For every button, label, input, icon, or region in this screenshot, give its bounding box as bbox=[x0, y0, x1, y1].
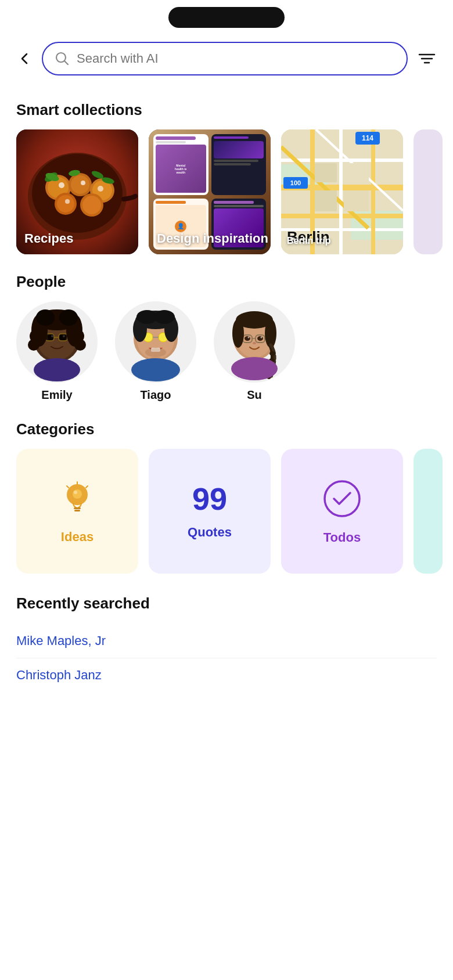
svg-rect-52 bbox=[59, 334, 67, 341]
collection-berlin-label: Berlin trip bbox=[287, 215, 331, 246]
svg-point-82 bbox=[131, 358, 180, 381]
svg-point-94 bbox=[253, 342, 256, 344]
collection-design-label: Design inspiration bbox=[157, 231, 268, 246]
svg-rect-40 bbox=[344, 190, 369, 211]
search-header bbox=[0, 33, 453, 87]
person-emily-avatar bbox=[16, 301, 98, 383]
category-card-todos[interactable]: Todos bbox=[281, 449, 403, 574]
svg-rect-38 bbox=[344, 163, 369, 182]
notch bbox=[168, 7, 285, 28]
people-title: People bbox=[0, 273, 453, 291]
ideas-icon bbox=[57, 478, 98, 519]
search-box[interactable] bbox=[42, 42, 408, 75]
smart-collections-title: Smart collections bbox=[0, 101, 453, 119]
smart-collections-section: Smart collections bbox=[0, 101, 453, 254]
svg-point-79 bbox=[154, 310, 175, 324]
filter-icon bbox=[417, 51, 437, 67]
recent-item-mike[interactable]: Mike Maples, Jr bbox=[16, 624, 437, 658]
svg-rect-106 bbox=[74, 507, 81, 509]
svg-point-104 bbox=[231, 357, 278, 380]
tiago-avatar-illustration bbox=[115, 301, 196, 383]
emily-avatar-illustration bbox=[16, 301, 98, 383]
svg-rect-37 bbox=[315, 163, 337, 182]
svg-text:114: 114 bbox=[362, 134, 373, 142]
categories-section: Categories Ideas bbox=[0, 420, 453, 574]
recently-searched-title: Recently searched bbox=[16, 595, 437, 613]
svg-point-59 bbox=[36, 309, 55, 326]
category-todos-label: Todos bbox=[323, 530, 361, 545]
category-card-ideas[interactable]: Ideas bbox=[16, 449, 138, 574]
svg-point-98 bbox=[232, 319, 244, 348]
person-emily[interactable]: Emily bbox=[16, 301, 98, 402]
people-scroll: Emily bbox=[0, 301, 453, 402]
svg-rect-33 bbox=[339, 129, 343, 254]
svg-point-60 bbox=[59, 309, 78, 326]
svg-point-19 bbox=[65, 199, 70, 204]
svg-point-90 bbox=[245, 336, 250, 341]
person-tiago-name: Tiago bbox=[141, 388, 171, 402]
notch-bar bbox=[0, 0, 453, 33]
quotes-count: 99 bbox=[192, 483, 227, 514]
svg-point-112 bbox=[74, 491, 77, 494]
svg-point-64 bbox=[74, 339, 86, 351]
svg-point-16 bbox=[59, 182, 64, 188]
collection-card-recipes[interactable]: Recipes bbox=[16, 129, 138, 254]
person-tiago[interactable]: Tiago bbox=[115, 301, 196, 402]
category-ideas-label: Ideas bbox=[61, 529, 94, 545]
category-quotes-label: Quotes bbox=[188, 525, 232, 540]
recently-searched-section: Recently searched Mike Maples, Jr Christ… bbox=[0, 595, 453, 692]
svg-line-110 bbox=[67, 486, 69, 488]
recent-item-christoph[interactable]: Christoph Janz bbox=[16, 658, 437, 692]
search-input[interactable] bbox=[77, 51, 395, 66]
category-card-partial bbox=[414, 449, 443, 574]
svg-rect-34 bbox=[371, 129, 375, 254]
todos-icon bbox=[321, 478, 363, 520]
collection-card-partial bbox=[414, 129, 443, 254]
category-card-quotes[interactable]: 99 Quotes bbox=[149, 449, 271, 574]
svg-point-63 bbox=[28, 339, 39, 351]
person-su-avatar bbox=[214, 301, 295, 383]
su-avatar-illustration bbox=[214, 301, 295, 383]
svg-point-80 bbox=[145, 348, 166, 357]
search-icon bbox=[55, 51, 70, 66]
quotes-icon: 99 bbox=[192, 483, 227, 514]
collection-recipes-label: Recipes bbox=[24, 231, 73, 246]
categories-scroll: Ideas 99 Quotes Todos bbox=[0, 449, 453, 574]
svg-rect-39 bbox=[315, 190, 337, 211]
person-su-name: Su bbox=[247, 388, 262, 402]
person-su[interactable]: Su bbox=[214, 301, 295, 402]
svg-point-100 bbox=[269, 351, 275, 356]
svg-point-92 bbox=[248, 337, 250, 338]
people-section: People bbox=[0, 273, 453, 402]
svg-point-113 bbox=[325, 481, 359, 516]
person-emily-name: Emily bbox=[41, 388, 72, 402]
collection-card-design[interactable]: Mentalhealth iswealth bbox=[149, 129, 271, 254]
svg-line-109 bbox=[86, 486, 88, 488]
svg-rect-107 bbox=[74, 510, 80, 511]
svg-point-15 bbox=[82, 196, 101, 214]
back-button[interactable] bbox=[16, 51, 33, 67]
svg-point-18 bbox=[98, 186, 103, 192]
svg-point-9 bbox=[71, 175, 89, 194]
svg-point-13 bbox=[57, 195, 74, 212]
categories-title: Categories bbox=[0, 420, 453, 438]
svg-text:100: 100 bbox=[290, 179, 301, 186]
collection-card-berlin[interactable]: 114 100 Berlin Berlin trip bbox=[281, 129, 403, 254]
svg-point-17 bbox=[81, 181, 85, 185]
filter-button[interactable] bbox=[417, 51, 437, 67]
back-icon bbox=[16, 51, 33, 67]
collections-scroll: Recipes Mentalhealth iswealth bbox=[0, 129, 453, 254]
svg-point-93 bbox=[261, 337, 263, 338]
svg-point-66 bbox=[34, 358, 80, 381]
person-tiago-avatar bbox=[115, 301, 196, 383]
svg-point-91 bbox=[257, 336, 263, 341]
svg-point-111 bbox=[73, 489, 82, 499]
